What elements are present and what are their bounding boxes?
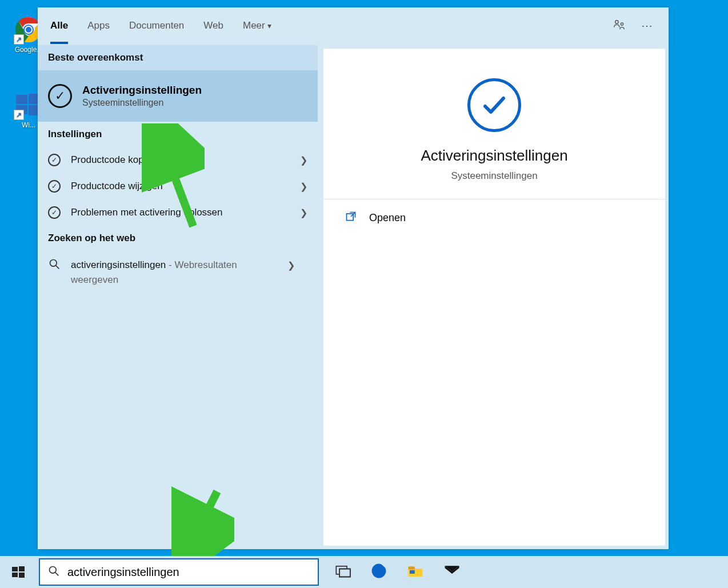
svg-rect-4 <box>16 95 27 104</box>
result-productcode-wijzigen[interactable]: ✓ Productcode wijzigen ❯ <box>38 173 318 199</box>
checkmark-circle-icon <box>467 78 521 132</box>
svg-line-11 <box>56 266 59 269</box>
heading-best-match: Beste overeenkomst <box>38 45 318 70</box>
svg-point-19 <box>50 566 57 573</box>
task-view-icon[interactable] <box>335 563 351 581</box>
web-term: activeringsinstellingen <box>71 259 166 270</box>
search-tabs: Alle Apps Documenten Web Meer ⋯ <box>38 7 669 45</box>
svg-rect-25 <box>410 570 415 574</box>
open-label: Openen <box>369 212 406 224</box>
chevron-right-icon: ❯ <box>300 207 307 218</box>
chevron-right-icon: ❯ <box>300 181 307 192</box>
result-web-search[interactable]: activeringsinstellingen - Webresultaten … <box>38 251 318 294</box>
tab-alle[interactable]: Alle <box>50 9 68 44</box>
check-circle-icon: ✓ <box>48 180 61 193</box>
svg-point-3 <box>26 27 31 33</box>
best-match-subtitle: Systeeminstellingen <box>82 98 202 108</box>
svg-rect-16 <box>19 566 25 571</box>
windows-logo-icon <box>11 565 25 579</box>
open-icon <box>345 211 357 225</box>
check-circle-icon: ✓ <box>48 154 61 166</box>
checkmark-circle-icon: ✓ <box>48 84 72 108</box>
taskbar-search-box[interactable] <box>39 558 319 586</box>
svg-point-10 <box>50 260 57 267</box>
svg-point-9 <box>621 23 623 25</box>
search-icon <box>48 565 59 579</box>
mail-icon[interactable] <box>443 562 461 582</box>
tab-web[interactable]: Web <box>203 9 223 44</box>
svg-rect-18 <box>19 573 25 578</box>
tab-meer[interactable]: Meer <box>243 9 271 44</box>
preview-title: Activeringsinstellingen <box>421 147 567 165</box>
shortcut-arrow-icon: ↗ <box>14 110 24 120</box>
svg-rect-15 <box>12 567 18 571</box>
taskbar <box>0 556 728 588</box>
preview-pane: Activeringsinstellingen Systeeminstellin… <box>323 49 665 546</box>
result-problemen-activering[interactable]: ✓ Problemen met activering oplossen ❯ <box>38 199 318 226</box>
result-label: Problemen met activering oplossen <box>71 207 223 218</box>
best-match-title: Activeringsinstellingen <box>82 84 202 97</box>
edge-icon[interactable] <box>370 562 387 582</box>
result-label: Productcode kopen <box>71 154 155 166</box>
result-productcode-kopen[interactable]: ✓ Productcode kopen ❯ <box>38 147 318 173</box>
check-circle-icon: ✓ <box>48 206 61 219</box>
search-icon <box>48 258 61 270</box>
shortcut-arrow-icon: ↗ <box>14 34 24 45</box>
svg-point-8 <box>615 20 619 23</box>
result-label: Productcode wijzigen <box>71 181 163 192</box>
search-panel: Alle Apps Documenten Web Meer ⋯ Beste ov… <box>38 7 669 549</box>
search-input[interactable] <box>67 566 310 579</box>
svg-rect-22 <box>339 569 350 577</box>
feedback-icon[interactable] <box>613 19 625 34</box>
tab-documenten[interactable]: Documenten <box>129 9 184 44</box>
more-options-icon[interactable]: ⋯ <box>641 19 653 34</box>
heading-zoeken-web: Zoeken op het web <box>38 226 318 251</box>
best-match-result[interactable]: ✓ Activeringsinstellingen Systeeminstell… <box>38 70 318 122</box>
tab-apps[interactable]: Apps <box>87 9 110 44</box>
action-open[interactable]: Openen <box>323 199 665 237</box>
results-left-column: Beste overeenkomst ✓ Activeringsinstelli… <box>38 45 318 549</box>
svg-rect-17 <box>12 573 18 577</box>
svg-rect-24 <box>409 567 415 570</box>
chevron-right-icon: ❯ <box>300 155 307 166</box>
svg-line-20 <box>55 572 59 575</box>
start-button[interactable] <box>3 558 33 586</box>
chevron-right-icon: ❯ <box>287 260 295 271</box>
heading-instellingen: Instellingen <box>38 122 318 147</box>
file-explorer-icon[interactable] <box>407 562 424 582</box>
preview-subtitle: Systeeminstellingen <box>451 170 537 182</box>
